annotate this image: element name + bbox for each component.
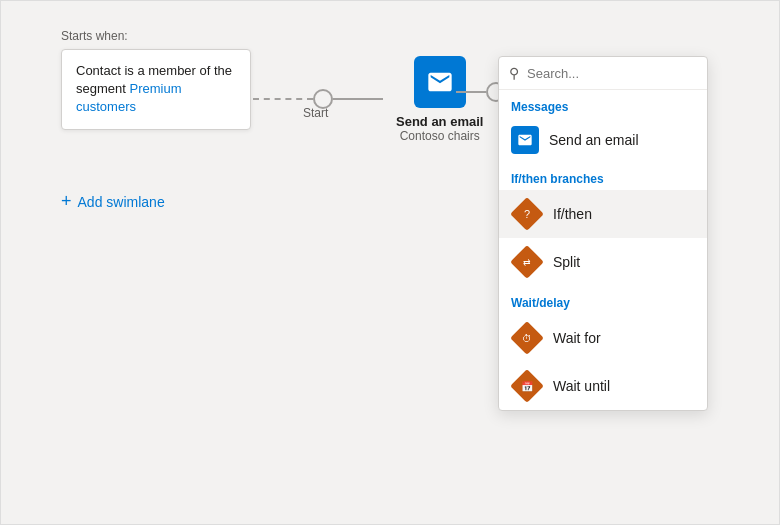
waituntil-icon-wrap: 📅: [511, 370, 543, 402]
email-icon: [426, 68, 454, 96]
menu-item-wait-until[interactable]: 📅 Wait until: [499, 362, 707, 410]
email-node-sublabel: Contoso chairs: [400, 129, 480, 143]
search-icon: ⚲: [509, 65, 519, 81]
add-swimlane-button[interactable]: + Add swimlane: [61, 191, 165, 212]
trigger-box: Contact is a member of the segment Premi…: [61, 49, 251, 130]
search-box: ⚲: [499, 57, 707, 90]
start-node-label: Start: [303, 106, 328, 120]
email-menu-icon: [517, 132, 533, 148]
menu-item-split[interactable]: ⇄ Split: [499, 238, 707, 286]
send-email-icon: [511, 126, 539, 154]
split-icon-wrap: ⇄: [511, 246, 543, 278]
add-swimlane-label: Add swimlane: [78, 194, 165, 210]
waitfor-icon: ⏱: [522, 333, 532, 344]
waitfor-icon-wrap: ⏱: [511, 322, 543, 354]
waituntil-icon: 📅: [521, 381, 533, 392]
menu-item-wait-for[interactable]: ⏱ Wait for: [499, 314, 707, 362]
menu-item-send-email[interactable]: Send an email: [499, 118, 707, 162]
section-label-messages: Messages: [499, 90, 707, 118]
waitfor-label: Wait for: [553, 330, 601, 346]
search-input[interactable]: [527, 66, 697, 81]
menu-item-ifthen[interactable]: ? If/then: [499, 190, 707, 238]
waituntil-label: Wait until: [553, 378, 610, 394]
plus-icon: +: [61, 191, 72, 212]
split-label: Split: [553, 254, 580, 270]
dashed-line: [253, 98, 313, 100]
action-dropdown-panel: ⚲ Messages Send an email If/then branche…: [498, 56, 708, 411]
ifthen-icon-wrap: ?: [511, 198, 543, 230]
canvas: Starts when: Contact is a member of the …: [0, 0, 780, 525]
section-label-ifthen: If/then branches: [499, 162, 707, 190]
send-email-label: Send an email: [549, 132, 639, 148]
ifthen-label: If/then: [553, 206, 592, 222]
solid-line: [333, 98, 383, 100]
starts-when-label: Starts when:: [61, 29, 128, 43]
split-icon: ⇄: [523, 257, 531, 267]
ifthen-icon: ?: [524, 208, 530, 220]
solid-line2: [456, 91, 486, 93]
section-label-wait: Wait/delay: [499, 286, 707, 314]
email-node-label: Send an email: [396, 114, 483, 129]
dropdown-scroll: Messages Send an email If/then branches …: [499, 90, 707, 410]
